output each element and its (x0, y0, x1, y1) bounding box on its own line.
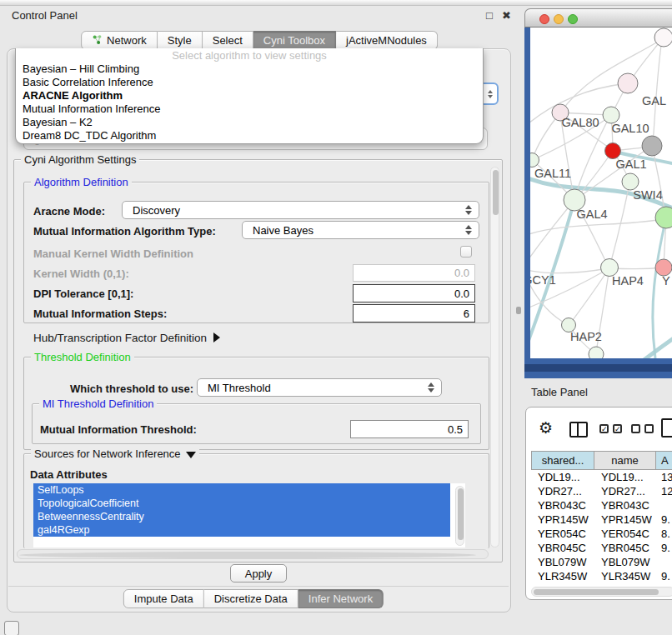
algorithm-popup: Select algorithm to view settings Bayesi… (15, 48, 484, 144)
network-node-gal[interactable] (618, 73, 638, 93)
sources-toggle[interactable]: Sources for Network Inference (31, 448, 199, 460)
algorithm-option[interactable]: Dream8 DC_TDC Algorithm (16, 129, 483, 142)
table-row[interactable]: YIL052CYIL052C9 (531, 583, 672, 585)
tab-cyni-toolbox[interactable]: Cyni Toolbox (253, 31, 336, 50)
network-node-y[interactable] (655, 259, 672, 276)
table-row[interactable]: YBR045CYBR045C9. (531, 541, 672, 555)
table-cell: YIL052C (594, 583, 656, 585)
network-node[interactable] (655, 207, 672, 228)
table-body: YDL19...YDL19...13YDR27...YDR27...12YBR0… (531, 470, 672, 585)
checked-checkbox-icon[interactable]: ✓ (613, 424, 622, 433)
network-node-label: GAL11 (534, 167, 571, 180)
document-icon[interactable] (661, 418, 672, 438)
network-canvas[interactable]: GALGAL80GAL10GAL1GAL11SWI4GAL4GCY1HAP4YH… (530, 28, 672, 358)
table-row[interactable]: YBR043CYBR043C (531, 498, 672, 512)
data-attributes-list[interactable]: SelfLoopsTopologicalCoefficientBetweenne… (33, 483, 465, 548)
manual-kernel-checkbox[interactable] (460, 246, 472, 258)
algorithm-option[interactable]: Mutual Information Inference (16, 102, 483, 116)
table-row[interactable]: YDR27...YDR27...12 (531, 484, 672, 498)
network-node[interactable] (654, 28, 672, 47)
table-cell: YPR145W (594, 512, 656, 527)
close-window-icon[interactable] (539, 14, 549, 24)
network-node-swi4[interactable] (622, 173, 639, 190)
table-cell: YBL079W (531, 555, 594, 569)
attribute-list-item[interactable]: gal4RGexp (33, 523, 450, 537)
aracne-mode-select[interactable]: Discovery (122, 201, 479, 219)
zoom-window-icon[interactable] (568, 14, 578, 24)
tab-select[interactable]: Select (203, 31, 253, 50)
network-node-gal10[interactable] (603, 107, 619, 123)
table-horizontal-scrollbar[interactable] (531, 587, 672, 597)
tab-impute-data[interactable]: Impute Data (123, 589, 204, 608)
column-header[interactable]: name (594, 451, 656, 470)
network-edge-highlighted[interactable] (609, 318, 672, 358)
network-frame-shadow (524, 364, 672, 372)
network-edge[interactable] (609, 183, 629, 268)
attributes-scrollbar[interactable] (455, 486, 464, 546)
algorithm-option[interactable]: Bayesian – Hill Climbing (16, 62, 483, 76)
mi-threshold-title: MI Threshold Definition (39, 398, 157, 410)
algorithm-option[interactable]: Bayesian – K2 (16, 116, 483, 129)
network-edge[interactable] (653, 39, 662, 144)
dpi-tolerance-input[interactable]: 0.0 (353, 284, 475, 302)
hub-section-toggle[interactable]: Hub/Transcription Factor Definition (33, 332, 220, 344)
which-threshold-value: MI Threshold (208, 382, 271, 394)
network-node[interactable] (642, 136, 662, 156)
network-window-titlebar[interactable] (524, 8, 672, 28)
minimize-window-icon[interactable] (554, 14, 564, 24)
attribute-list-item[interactable]: TopologicalCoefficient (33, 497, 450, 510)
unchecked-checkbox-icon[interactable] (644, 424, 654, 433)
unchecked-checkbox-icon[interactable] (631, 424, 640, 433)
apply-button[interactable]: Apply (230, 564, 287, 582)
network-node-label: GCY1 (530, 273, 556, 287)
algorithm-option[interactable]: ARACNE Algorithm (16, 89, 483, 102)
kernel-width-input[interactable]: 0.0 (353, 264, 475, 282)
network-edge-highlighted[interactable] (653, 218, 666, 358)
network-edge[interactable] (530, 200, 574, 268)
settings-vertical-scrollbar[interactable] (490, 167, 499, 548)
network-node[interactable] (589, 347, 604, 358)
which-threshold-select[interactable]: MI Threshold (197, 378, 442, 397)
network-node-gal1[interactable] (605, 143, 621, 159)
table-row[interactable]: YER054CYER054C8. (531, 527, 672, 541)
tab-style[interactable]: Style (158, 31, 203, 50)
tab-jactivemnodules[interactable]: jActiveMNodules (336, 31, 438, 50)
gear-icon[interactable]: ⚙ (539, 420, 553, 436)
chevron-down-icon (186, 452, 196, 458)
network-edge[interactable] (530, 268, 608, 273)
network-view-window: GALGAL80GAL10GAL1GAL11SWI4GAL4GCY1HAP4YH… (524, 8, 672, 378)
table-cell: 9. (656, 512, 672, 527)
tab-network[interactable]: Network (81, 31, 158, 50)
collapsed-panel-button[interactable] (4, 621, 19, 635)
column-header[interactable]: shared... (531, 451, 594, 470)
table-cell: YDL19... (531, 470, 594, 484)
mi-threshold-input[interactable]: 0.5 (350, 420, 469, 438)
attribute-list-item[interactable]: BetweennessCentrality (33, 510, 450, 523)
table-cell: YDL19... (594, 470, 656, 484)
table-cell: YIL052C (531, 583, 594, 585)
column-header[interactable]: A (656, 451, 672, 470)
algorithm-option[interactable]: Basic Correlation Inference (16, 76, 483, 89)
mi-steps-input[interactable]: 6 (353, 304, 475, 322)
table-row[interactable]: YPR145WYPR145W9. (531, 512, 672, 527)
float-panel-icon[interactable]: □ (486, 9, 493, 22)
network-edge[interactable] (652, 146, 665, 216)
mi-type-select[interactable]: Naive Bayes (242, 221, 479, 239)
tab-infer-network[interactable]: Infer Network (298, 589, 384, 608)
close-panel-icon[interactable]: ✖ (502, 9, 511, 22)
attribute-list-item[interactable]: SelfLoops (33, 483, 450, 497)
algorithm-combo-spinner[interactable] (481, 82, 499, 105)
table-row[interactable]: YDL19...YDL19...13 (531, 470, 672, 484)
split-pane-handle[interactable] (516, 307, 521, 314)
network-node-label: GAL10 (611, 122, 649, 135)
table-row[interactable]: YLR345WYLR345W9. (531, 569, 672, 583)
settings-horizontal-scrollbar[interactable] (17, 549, 489, 559)
network-edge[interactable] (570, 268, 609, 323)
table-cell (656, 498, 672, 512)
hub-section-label: Hub/Transcription Factor Definition (33, 332, 207, 344)
checked-checkbox-icon[interactable]: ✓ (599, 424, 609, 433)
split-columns-icon[interactable] (569, 422, 588, 438)
tab-discretize-data[interactable]: Discretize Data (204, 589, 298, 608)
network-edge[interactable] (530, 219, 664, 238)
table-row[interactable]: YBL079WYBL079W (531, 555, 672, 569)
